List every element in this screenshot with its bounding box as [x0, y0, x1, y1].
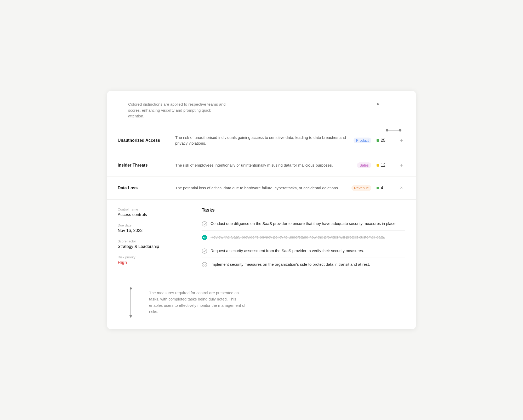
- score-dot-insider-threats: [377, 164, 379, 167]
- bottom-annotation: The measures required for control are pr…: [107, 279, 416, 329]
- risk-score-unauthorized-access: 25: [377, 138, 392, 143]
- detail-panel: Control name Access controls Due date No…: [107, 199, 416, 279]
- main-container: Colored distinctions are applied to resp…: [107, 91, 416, 329]
- task-text-3: Request a security assessment from the S…: [211, 248, 364, 254]
- task-item-4: Implement security measures on the organ…: [202, 258, 405, 271]
- risk-team-insider-threats: Sales: [357, 162, 371, 168]
- task-text-2: Review the SaaS provider's privacy polic…: [211, 234, 385, 240]
- risk-score-insider-threats: 12: [377, 163, 392, 168]
- due-date-label: Due date: [118, 223, 143, 227]
- svg-point-4: [386, 129, 388, 132]
- risk-priority-value: High: [118, 260, 135, 265]
- risk-name-unauthorized-access: Unauthorized Access: [118, 138, 170, 143]
- task-text-4: Implement security measures on the organ…: [211, 262, 370, 268]
- risk-row-data-loss: Data Loss The potential loss of critical…: [107, 177, 416, 199]
- task-item-1: Conduct due diligence on the SaaS provid…: [202, 217, 405, 231]
- svg-point-8: [202, 235, 207, 240]
- task-unchecked-icon-3: [202, 248, 207, 254]
- risk-name-insider-threats: Insider Threats: [118, 163, 170, 168]
- top-annotation-text: Colored distinctions are applied to resp…: [128, 101, 228, 119]
- risk-desc-unauthorized-access: The risk of unauthorised individuals gai…: [175, 135, 348, 146]
- svg-point-7: [202, 222, 207, 226]
- svg-marker-13: [129, 315, 132, 318]
- detail-tasks: Tasks Conduct due diligence on the SaaS …: [191, 207, 405, 271]
- control-value: Access controls: [118, 212, 191, 217]
- score-dot-unauthorized-access: [377, 139, 379, 142]
- risk-action-insider-threats[interactable]: +: [397, 161, 405, 169]
- task-text-1: Conduct due diligence on the SaaS provid…: [211, 221, 396, 227]
- task-unchecked-icon-1: [202, 221, 207, 227]
- risk-action-data-loss[interactable]: ×: [397, 184, 405, 192]
- svg-point-10: [202, 262, 207, 267]
- risk-priority-label: Risk priority: [118, 255, 135, 259]
- score-factor-value: Strategy & Leadership: [118, 244, 191, 249]
- risk-desc-insider-threats: The risk of employees intentionally or u…: [175, 162, 352, 168]
- task-item-3: Request a security assessment from the S…: [202, 244, 405, 258]
- top-annotation: Colored distinctions are applied to resp…: [107, 91, 416, 127]
- risk-table: Unauthorized Access The risk of unauthor…: [107, 127, 416, 279]
- top-arrow-svg: [332, 96, 416, 138]
- svg-point-9: [202, 249, 207, 253]
- risk-team-unauthorized-access: Product: [354, 138, 371, 143]
- risk-name-data-loss: Data Loss: [118, 186, 170, 190]
- bottom-arrow-svg: [128, 287, 133, 319]
- bottom-arrow-container: [128, 287, 133, 319]
- detail-meta: Control name Access controls Due date No…: [118, 207, 191, 271]
- control-label: Control name: [118, 207, 191, 211]
- svg-point-11: [130, 287, 132, 290]
- score-dot-data-loss: [377, 187, 379, 189]
- risk-row-insider-threats: Insider Threats The risk of employees in…: [107, 154, 416, 177]
- due-date-value: Nov 16, 2023: [118, 228, 143, 233]
- risk-desc-data-loss: The potential loss of critical data due …: [175, 185, 346, 191]
- task-item-2: Review the SaaS provider's privacy polic…: [202, 231, 405, 244]
- bottom-annotation-text: The measures required for control are pr…: [149, 287, 248, 315]
- risk-team-data-loss: Revenue: [351, 185, 371, 191]
- task-checked-icon-2: [202, 235, 207, 240]
- score-factor-label: Score factor: [118, 239, 191, 243]
- risk-score-data-loss: 4: [377, 186, 392, 190]
- tasks-header: Tasks: [202, 207, 405, 213]
- svg-point-5: [399, 129, 401, 132]
- task-unchecked-icon-4: [202, 262, 207, 268]
